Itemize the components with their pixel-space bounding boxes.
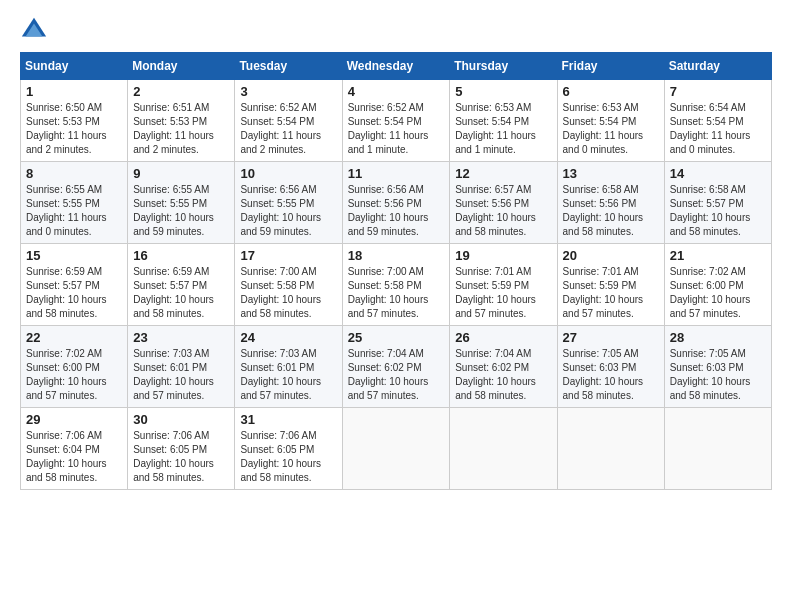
day-number: 25 <box>348 330 445 345</box>
calendar-week-row: 1Sunrise: 6:50 AM Sunset: 5:53 PM Daylig… <box>21 80 772 162</box>
day-number: 1 <box>26 84 122 99</box>
calendar-week-row: 15Sunrise: 6:59 AM Sunset: 5:57 PM Dayli… <box>21 244 772 326</box>
day-info: Sunrise: 7:00 AM Sunset: 5:58 PM Dayligh… <box>348 265 445 321</box>
calendar-week-row: 8Sunrise: 6:55 AM Sunset: 5:55 PM Daylig… <box>21 162 772 244</box>
day-number: 17 <box>240 248 336 263</box>
calendar-day-cell: 18Sunrise: 7:00 AM Sunset: 5:58 PM Dayli… <box>342 244 450 326</box>
day-info: Sunrise: 7:02 AM Sunset: 6:00 PM Dayligh… <box>670 265 766 321</box>
calendar-day-cell: 29Sunrise: 7:06 AM Sunset: 6:04 PM Dayli… <box>21 408 128 490</box>
day-info: Sunrise: 6:59 AM Sunset: 5:57 PM Dayligh… <box>26 265 122 321</box>
calendar-day-cell: 2Sunrise: 6:51 AM Sunset: 5:53 PM Daylig… <box>128 80 235 162</box>
calendar-day-cell: 27Sunrise: 7:05 AM Sunset: 6:03 PM Dayli… <box>557 326 664 408</box>
calendar-day-cell: 10Sunrise: 6:56 AM Sunset: 5:55 PM Dayli… <box>235 162 342 244</box>
calendar-day-cell <box>557 408 664 490</box>
day-of-week-header: Friday <box>557 53 664 80</box>
calendar-day-cell: 23Sunrise: 7:03 AM Sunset: 6:01 PM Dayli… <box>128 326 235 408</box>
day-info: Sunrise: 7:05 AM Sunset: 6:03 PM Dayligh… <box>563 347 659 403</box>
calendar-day-cell: 24Sunrise: 7:03 AM Sunset: 6:01 PM Dayli… <box>235 326 342 408</box>
day-info: Sunrise: 6:54 AM Sunset: 5:54 PM Dayligh… <box>670 101 766 157</box>
day-number: 26 <box>455 330 551 345</box>
day-of-week-header: Tuesday <box>235 53 342 80</box>
day-number: 4 <box>348 84 445 99</box>
calendar-day-cell: 13Sunrise: 6:58 AM Sunset: 5:56 PM Dayli… <box>557 162 664 244</box>
day-number: 14 <box>670 166 766 181</box>
day-info: Sunrise: 6:56 AM Sunset: 5:56 PM Dayligh… <box>348 183 445 239</box>
day-number: 9 <box>133 166 229 181</box>
calendar-day-cell: 11Sunrise: 6:56 AM Sunset: 5:56 PM Dayli… <box>342 162 450 244</box>
day-number: 6 <box>563 84 659 99</box>
calendar-day-cell: 30Sunrise: 7:06 AM Sunset: 6:05 PM Dayli… <box>128 408 235 490</box>
day-number: 16 <box>133 248 229 263</box>
day-info: Sunrise: 6:55 AM Sunset: 5:55 PM Dayligh… <box>26 183 122 239</box>
calendar-day-cell: 17Sunrise: 7:00 AM Sunset: 5:58 PM Dayli… <box>235 244 342 326</box>
day-info: Sunrise: 6:55 AM Sunset: 5:55 PM Dayligh… <box>133 183 229 239</box>
day-info: Sunrise: 6:53 AM Sunset: 5:54 PM Dayligh… <box>563 101 659 157</box>
day-info: Sunrise: 7:04 AM Sunset: 6:02 PM Dayligh… <box>348 347 445 403</box>
calendar-day-cell: 12Sunrise: 6:57 AM Sunset: 5:56 PM Dayli… <box>450 162 557 244</box>
day-info: Sunrise: 7:05 AM Sunset: 6:03 PM Dayligh… <box>670 347 766 403</box>
day-info: Sunrise: 7:01 AM Sunset: 5:59 PM Dayligh… <box>455 265 551 321</box>
day-info: Sunrise: 7:01 AM Sunset: 5:59 PM Dayligh… <box>563 265 659 321</box>
day-number: 13 <box>563 166 659 181</box>
calendar-day-cell: 28Sunrise: 7:05 AM Sunset: 6:03 PM Dayli… <box>664 326 771 408</box>
day-number: 31 <box>240 412 336 427</box>
day-info: Sunrise: 6:58 AM Sunset: 5:56 PM Dayligh… <box>563 183 659 239</box>
logo <box>20 16 52 44</box>
day-info: Sunrise: 6:58 AM Sunset: 5:57 PM Dayligh… <box>670 183 766 239</box>
day-info: Sunrise: 6:56 AM Sunset: 5:55 PM Dayligh… <box>240 183 336 239</box>
day-number: 23 <box>133 330 229 345</box>
page-header <box>20 16 772 44</box>
day-info: Sunrise: 6:52 AM Sunset: 5:54 PM Dayligh… <box>240 101 336 157</box>
calendar-day-cell: 5Sunrise: 6:53 AM Sunset: 5:54 PM Daylig… <box>450 80 557 162</box>
day-info: Sunrise: 6:51 AM Sunset: 5:53 PM Dayligh… <box>133 101 229 157</box>
day-number: 28 <box>670 330 766 345</box>
day-number: 11 <box>348 166 445 181</box>
day-info: Sunrise: 6:50 AM Sunset: 5:53 PM Dayligh… <box>26 101 122 157</box>
day-number: 29 <box>26 412 122 427</box>
day-info: Sunrise: 7:06 AM Sunset: 6:05 PM Dayligh… <box>240 429 336 485</box>
day-number: 10 <box>240 166 336 181</box>
calendar-header-row: SundayMondayTuesdayWednesdayThursdayFrid… <box>21 53 772 80</box>
day-number: 21 <box>670 248 766 263</box>
day-number: 19 <box>455 248 551 263</box>
day-number: 3 <box>240 84 336 99</box>
calendar-day-cell: 26Sunrise: 7:04 AM Sunset: 6:02 PM Dayli… <box>450 326 557 408</box>
day-number: 30 <box>133 412 229 427</box>
day-of-week-header: Monday <box>128 53 235 80</box>
day-number: 20 <box>563 248 659 263</box>
calendar-week-row: 29Sunrise: 7:06 AM Sunset: 6:04 PM Dayli… <box>21 408 772 490</box>
day-of-week-header: Saturday <box>664 53 771 80</box>
day-info: Sunrise: 7:00 AM Sunset: 5:58 PM Dayligh… <box>240 265 336 321</box>
logo-icon <box>20 16 48 44</box>
day-info: Sunrise: 7:03 AM Sunset: 6:01 PM Dayligh… <box>133 347 229 403</box>
day-number: 8 <box>26 166 122 181</box>
day-of-week-header: Wednesday <box>342 53 450 80</box>
day-number: 22 <box>26 330 122 345</box>
day-number: 5 <box>455 84 551 99</box>
calendar-day-cell: 25Sunrise: 7:04 AM Sunset: 6:02 PM Dayli… <box>342 326 450 408</box>
calendar-day-cell: 1Sunrise: 6:50 AM Sunset: 5:53 PM Daylig… <box>21 80 128 162</box>
calendar-week-row: 22Sunrise: 7:02 AM Sunset: 6:00 PM Dayli… <box>21 326 772 408</box>
day-info: Sunrise: 7:04 AM Sunset: 6:02 PM Dayligh… <box>455 347 551 403</box>
calendar-day-cell: 4Sunrise: 6:52 AM Sunset: 5:54 PM Daylig… <box>342 80 450 162</box>
calendar-table: SundayMondayTuesdayWednesdayThursdayFrid… <box>20 52 772 490</box>
day-number: 15 <box>26 248 122 263</box>
calendar-day-cell: 21Sunrise: 7:02 AM Sunset: 6:00 PM Dayli… <box>664 244 771 326</box>
calendar-day-cell: 3Sunrise: 6:52 AM Sunset: 5:54 PM Daylig… <box>235 80 342 162</box>
day-number: 7 <box>670 84 766 99</box>
calendar-day-cell: 8Sunrise: 6:55 AM Sunset: 5:55 PM Daylig… <box>21 162 128 244</box>
calendar-day-cell: 19Sunrise: 7:01 AM Sunset: 5:59 PM Dayli… <box>450 244 557 326</box>
calendar-day-cell <box>664 408 771 490</box>
day-number: 18 <box>348 248 445 263</box>
day-of-week-header: Thursday <box>450 53 557 80</box>
calendar-day-cell: 15Sunrise: 6:59 AM Sunset: 5:57 PM Dayli… <box>21 244 128 326</box>
day-info: Sunrise: 6:59 AM Sunset: 5:57 PM Dayligh… <box>133 265 229 321</box>
day-number: 12 <box>455 166 551 181</box>
day-info: Sunrise: 7:06 AM Sunset: 6:05 PM Dayligh… <box>133 429 229 485</box>
calendar-day-cell: 14Sunrise: 6:58 AM Sunset: 5:57 PM Dayli… <box>664 162 771 244</box>
day-number: 27 <box>563 330 659 345</box>
day-info: Sunrise: 6:53 AM Sunset: 5:54 PM Dayligh… <box>455 101 551 157</box>
calendar-day-cell: 6Sunrise: 6:53 AM Sunset: 5:54 PM Daylig… <box>557 80 664 162</box>
day-number: 24 <box>240 330 336 345</box>
day-info: Sunrise: 7:02 AM Sunset: 6:00 PM Dayligh… <box>26 347 122 403</box>
